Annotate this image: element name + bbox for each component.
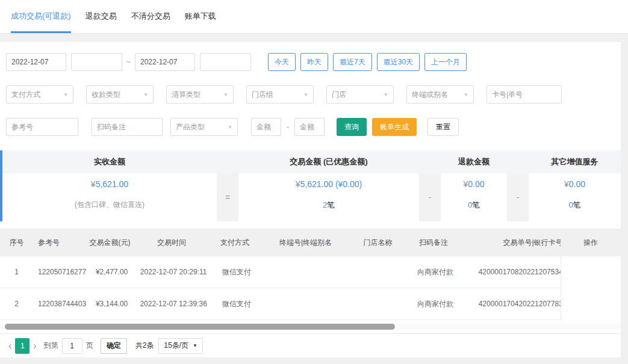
header-actions: 操作	[561, 229, 621, 256]
pagination-bar: ‹ 1 › 到第 页 确定 共2条 15条/页 ▼	[0, 333, 621, 357]
reference-no-input[interactable]	[6, 118, 78, 136]
tab-success-trades[interactable]: 成功交易(可退款)	[11, 0, 71, 33]
chevron-down-icon: ▼	[384, 92, 388, 97]
row-amount: ¥3,144.00	[86, 300, 137, 308]
time-start-input[interactable]	[71, 53, 122, 71]
count-unit: 笔	[327, 200, 335, 209]
quick-yesterday-button[interactable]: 昨天	[300, 53, 328, 71]
quick-lastmonth-button[interactable]: 上一个月	[424, 53, 467, 71]
row-amount: ¥2,477.00	[86, 268, 137, 276]
row-pay-method: 微信支付	[210, 299, 264, 309]
header-scan-remark: 扫码备注	[406, 238, 461, 248]
terminal-alias-select[interactable]: 终端或别名 ▼	[406, 85, 474, 103]
tab-bill-download[interactable]: 账单下载	[185, 0, 216, 33]
row-reference: 122038744403	[33, 300, 86, 308]
operator-equals: =	[217, 173, 238, 221]
quick-today-button[interactable]: 今天	[268, 53, 296, 71]
operator-minus: -	[419, 173, 441, 221]
amount-range-separator: -	[287, 123, 289, 131]
row-scan-remark: 向商家付款	[408, 299, 462, 309]
prev-page-icon[interactable]: ‹	[5, 341, 15, 351]
row-no: 2	[0, 300, 33, 308]
chevron-down-icon: ▼	[228, 125, 232, 130]
action-column-body	[561, 256, 621, 320]
row-pay-method: 微信支付	[210, 267, 264, 277]
page-size-label: 15条/页	[164, 341, 188, 351]
scan-remark-input[interactable]	[92, 118, 163, 136]
row-time: 2022-12-07 20:29:11	[137, 268, 210, 276]
store-select[interactable]: 门店 ▼	[326, 85, 394, 103]
table-row: 2 122038744403 ¥3,144.00 2022-12-07 12:3…	[0, 288, 621, 320]
transactions-table: 序号 参考号 交易金额(元) 交易时间 支付方式 终端号|终端别名 门店名称 扫…	[0, 229, 621, 320]
chevron-down-icon: ▼	[143, 92, 148, 97]
summary-label-trade: 交易金额 (已优惠金额)	[238, 156, 419, 167]
table-header-row: 序号 参考号 交易金额(元) 交易时间 支付方式 终端号|终端别名 门店名称 扫…	[0, 229, 621, 256]
quick-last30days-button[interactable]: 最近30天	[377, 53, 420, 71]
amount-min-input[interactable]	[251, 118, 281, 136]
tab-bar: 成功交易(可退款) 退款交易 不清分交易 账单下载	[0, 0, 628, 34]
bill-generate-button[interactable]: 账单生成	[372, 118, 417, 136]
current-page-button[interactable]: 1	[15, 338, 30, 354]
filter-row-actions: 产品类型 ▼ - 查询 账单生成 重置	[0, 118, 621, 136]
header-amount: 交易金额(元)	[84, 238, 135, 248]
summary-refund-cell: ¥0.00 0笔	[441, 173, 507, 221]
main-panel: ~ 今天 昨天 最近7天 最近30天 上一个月 支付方式 ▼ 收款类型 ▼ 清算…	[0, 42, 621, 357]
date-start-input[interactable]	[6, 53, 66, 71]
count-unit: 笔	[472, 200, 480, 209]
horizontal-scrollbar-thumb[interactable]	[5, 324, 395, 330]
pay-method-select-label: 支付方式	[11, 90, 40, 100]
trade-amount: 5,621.00	[300, 179, 334, 189]
header-time: 交易时间	[135, 238, 208, 248]
fixed-action-column: 操作	[561, 229, 621, 320]
summary-label-received: 实收金额	[2, 156, 217, 167]
page-unit-label: 页	[86, 341, 93, 351]
date-end-input[interactable]	[135, 53, 195, 71]
goto-page-input[interactable]	[62, 338, 82, 354]
next-page-icon[interactable]: ›	[30, 341, 40, 351]
page-size-select[interactable]: 15条/页 ▼	[158, 338, 203, 354]
chevron-down-icon: ▼	[303, 92, 308, 97]
header-no: 序号	[0, 238, 33, 248]
confirm-page-button[interactable]: 确定	[101, 338, 127, 354]
store-select-label: 门店	[332, 90, 346, 100]
amount-max-input[interactable]	[294, 118, 325, 136]
table-row: 1 122050716277 ¥2,477.00 2022-12-07 20:2…	[0, 256, 621, 288]
received-note: (包含口碑、微信直连)	[2, 200, 217, 210]
summary-received-cell: ¥5,621.00 (包含口碑、微信直连)	[2, 173, 217, 221]
quick-last7days-button[interactable]: 最近7天	[333, 53, 372, 71]
settle-type-select[interactable]: 清算类型 ▼	[166, 85, 234, 103]
row-reference: 122050716277	[33, 268, 86, 276]
date-range-separator: ~	[126, 58, 131, 66]
summary-label-refund: 退款金额	[441, 156, 507, 167]
reset-button[interactable]: 重置	[427, 118, 459, 136]
time-end-input[interactable]	[200, 53, 251, 71]
header-reference: 参考号	[33, 238, 84, 248]
summary-label-row: 实收金额 交易金额 (已优惠金额) 退款金额 其它增值服务	[2, 150, 621, 173]
chevron-down-icon: ▼	[464, 92, 468, 97]
row-time: 2022-12-07 12:39:36	[137, 300, 210, 308]
settle-type-select-label: 清算类型	[172, 90, 201, 100]
product-type-select-label: 产品类型	[176, 122, 205, 132]
currency-symbol: ¥	[296, 179, 300, 189]
operator-minus: -	[507, 173, 529, 221]
filter-row-selects: 支付方式 ▼ 收款类型 ▼ 清算类型 ▼ 门店组 ▼ 门店 ▼ 终端或别名 ▼	[0, 85, 621, 103]
terminal-alias-select-label: 终端或别名	[412, 90, 448, 100]
receive-type-select[interactable]: 收款类型 ▼	[86, 85, 154, 103]
horizontal-scrollbar-track	[0, 324, 621, 330]
goto-page-label: 到第	[44, 341, 58, 351]
card-or-order-input[interactable]	[487, 85, 562, 103]
filter-row-dates: ~ 今天 昨天 最近7天 最近30天 上一个月	[0, 53, 621, 71]
received-amount: 5,621.00	[96, 179, 129, 189]
summary-value-row: ¥5,621.00 (包含口碑、微信直连) = ¥5,621.00 (¥0.00…	[2, 173, 621, 221]
query-button[interactable]: 查询	[337, 118, 367, 136]
header-store: 门店名称	[349, 238, 406, 248]
tab-refund-trades[interactable]: 退款交易	[85, 0, 117, 33]
tab-unsettled-trades[interactable]: 不清分交易	[131, 0, 170, 33]
product-type-select[interactable]: 产品类型 ▼	[170, 118, 238, 136]
refund-amount: 0.00	[468, 179, 484, 189]
row-no: 1	[0, 268, 33, 276]
store-group-select[interactable]: 门店组 ▼	[246, 85, 314, 103]
pay-method-select[interactable]: 支付方式 ▼	[6, 85, 73, 103]
header-pay-method: 支付方式	[208, 238, 262, 248]
summary-label-valueadded: 其它增值服务	[529, 156, 621, 167]
